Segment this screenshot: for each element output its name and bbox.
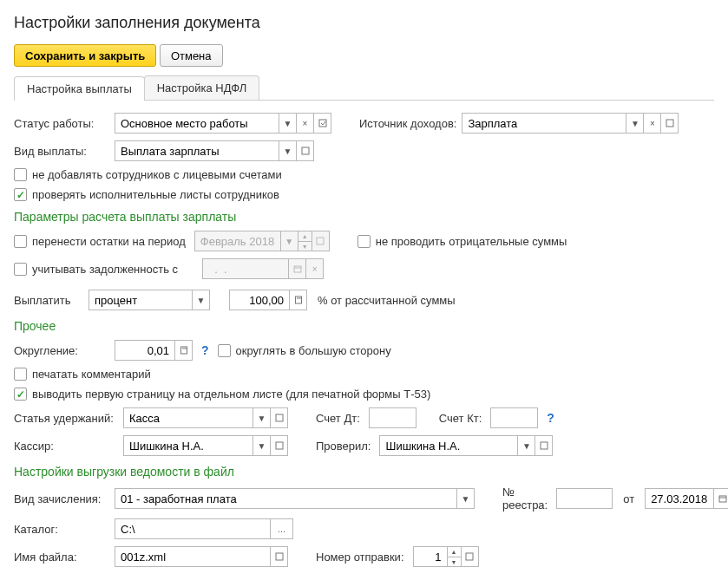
section-calc: Параметры расчета выплаты зарплаты <box>14 210 714 224</box>
svg-rect-6 <box>295 297 301 303</box>
checkbox-print-comment[interactable]: печатать комментарий <box>14 368 151 381</box>
pay-percent-input[interactable] <box>229 290 290 310</box>
dropdown-icon[interactable]: ▼ <box>253 407 271 428</box>
checkbox-carry-balances[interactable]: перенести остатки на период <box>14 235 186 248</box>
checkbox-round-up[interactable]: округлять в большую сторону <box>218 344 391 357</box>
svg-rect-3 <box>317 238 324 244</box>
calculator-icon[interactable] <box>175 340 193 361</box>
help-icon[interactable]: ? <box>543 411 558 425</box>
page-title: Настройки заполнения документа <box>14 14 714 32</box>
checked-by-input[interactable] <box>379 435 518 456</box>
dropdown-icon[interactable]: ▼ <box>279 113 297 134</box>
spinner-down-icon[interactable]: ▼ <box>448 557 462 567</box>
rounding-input[interactable] <box>115 340 175 361</box>
dropdown-icon[interactable]: ▼ <box>626 113 644 134</box>
checkbox-no-negative[interactable]: не проводить отрицательные суммы <box>357 235 567 248</box>
tab-ndfl[interactable]: Настройка НДФЛ <box>144 75 260 100</box>
payout-type-input[interactable] <box>115 140 279 161</box>
dropdown-icon[interactable]: ▼ <box>253 435 271 456</box>
clear-icon: × <box>306 258 324 279</box>
calendar-icon <box>289 258 306 279</box>
clear-icon[interactable]: × <box>644 113 661 134</box>
svg-rect-1 <box>666 120 673 127</box>
label-send-number: Номер отправки: <box>316 551 404 564</box>
svg-rect-4 <box>294 266 301 272</box>
checkbox-label: округлять в большую сторону <box>236 344 391 357</box>
registry-no-input[interactable] <box>556 488 613 509</box>
save-close-button[interactable]: Сохранить и закрыть <box>14 44 156 67</box>
svg-rect-16 <box>466 553 473 560</box>
work-status-input[interactable] <box>115 113 279 134</box>
debt-date-input <box>202 258 289 279</box>
checkbox-label: не добавлять сотрудников с лицевыми счет… <box>32 168 282 181</box>
open-icon <box>312 231 330 251</box>
svg-rect-0 <box>319 120 326 127</box>
label-cashier: Кассир: <box>14 440 118 453</box>
dropdown-icon[interactable]: ▼ <box>279 140 297 161</box>
open-icon[interactable] <box>661 113 679 134</box>
open-icon[interactable] <box>271 435 288 456</box>
open-icon[interactable] <box>462 546 479 567</box>
browse-icon[interactable]: … <box>271 518 293 539</box>
checkbox-label: печатать комментарий <box>32 368 151 381</box>
spinner-up-icon: ▲ <box>298 231 312 241</box>
checkbox-label: учитывать задолженность с <box>32 263 178 276</box>
open-icon[interactable] <box>271 546 288 567</box>
label-work-status: Статус работы: <box>14 117 109 130</box>
debit-account-input[interactable] <box>369 407 416 428</box>
label-income-source: Источник доходов: <box>359 117 456 130</box>
income-source-input[interactable] <box>462 113 626 134</box>
dropdown-icon: ▼ <box>281 231 298 251</box>
checkbox-no-add-employees[interactable]: не добавлять сотрудников с лицевыми счет… <box>14 168 282 181</box>
svg-rect-2 <box>302 147 309 154</box>
calendar-icon[interactable] <box>714 488 728 509</box>
open-icon[interactable] <box>314 113 331 134</box>
checkbox-first-page-sep[interactable]: выводить первую страницу на отдельном ли… <box>14 388 430 401</box>
svg-rect-8 <box>180 347 187 354</box>
checkbox-label: проверять исполнительные листы сотрудник… <box>32 188 279 201</box>
tab-payout[interactable]: Настройка выплаты <box>14 76 145 101</box>
dropdown-icon[interactable]: ▼ <box>518 435 535 456</box>
checkbox-account-debt[interactable]: учитывать задолженность с <box>14 263 178 276</box>
cashier-input[interactable] <box>123 435 253 456</box>
label-percent-of: % от рассчитанной суммы <box>318 294 456 307</box>
label-rounding: Округление: <box>14 344 109 357</box>
checkbox-label: выводить первую страницу на отдельном ли… <box>32 388 430 401</box>
svg-rect-15 <box>276 553 283 560</box>
open-icon[interactable] <box>271 407 288 428</box>
checkbox-label: перенести остатки на период <box>32 235 186 248</box>
registry-date-input[interactable] <box>645 488 714 509</box>
send-number-input[interactable] <box>413 546 448 567</box>
dropdown-icon[interactable]: ▼ <box>457 488 475 509</box>
accrual-type-input[interactable] <box>115 488 457 509</box>
label-payout-type: Вид выплаты: <box>14 145 109 158</box>
spinner-up-icon[interactable]: ▲ <box>448 546 462 557</box>
credit-account-input[interactable] <box>490 407 538 428</box>
cancel-button[interactable]: Отмена <box>160 44 223 67</box>
label-pay: Выплатить <box>14 294 83 307</box>
label-catalog: Каталог: <box>14 523 109 536</box>
clear-icon[interactable]: × <box>297 113 314 134</box>
deduction-article-input[interactable] <box>123 407 253 428</box>
label-from: от <box>623 492 634 505</box>
svg-rect-11 <box>276 442 283 449</box>
label-debit-account: Счет Дт: <box>316 412 360 425</box>
label-filename: Имя файла: <box>14 551 109 564</box>
open-icon[interactable] <box>535 435 553 456</box>
catalog-input[interactable] <box>115 518 271 539</box>
label-checked-by: Проверил: <box>316 440 371 453</box>
dropdown-icon[interactable]: ▼ <box>193 290 210 310</box>
section-other: Прочее <box>14 319 714 333</box>
label-credit-account: Счет Кт: <box>439 412 482 425</box>
label-registry-no: № реестра: <box>502 486 548 512</box>
calculator-icon[interactable] <box>290 290 307 310</box>
carry-period-input <box>194 231 281 251</box>
pay-mode-input[interactable] <box>89 290 193 310</box>
filename-input[interactable] <box>115 546 271 567</box>
checkbox-check-exec-sheets[interactable]: проверять исполнительные листы сотрудник… <box>14 188 279 201</box>
help-icon[interactable]: ? <box>198 343 213 357</box>
svg-rect-10 <box>276 414 283 421</box>
tabs: Настройка выплаты Настройка НДФЛ <box>14 75 714 101</box>
open-icon[interactable] <box>297 140 314 161</box>
checkbox-label: не проводить отрицательные суммы <box>376 235 567 248</box>
